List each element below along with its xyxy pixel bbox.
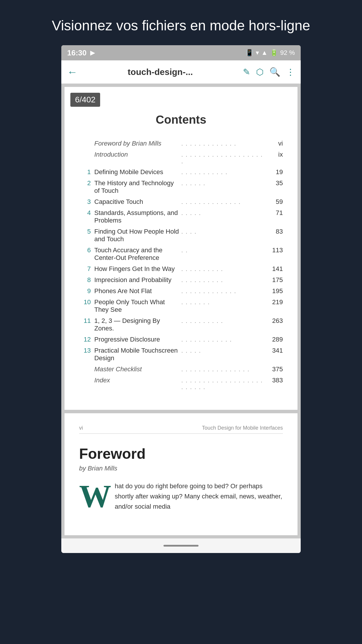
toc-chapter-num: 12 [79,336,91,343]
app-toolbar: ← touch-design-... ✎ ⬡ 🔍 ⋮ [61,60,301,84]
toc-row: 11 1, 2, 3 — Designing By Zones. . . . .… [79,315,283,334]
toc-chapter-title: Capacitive Touch [94,198,179,206]
status-time: 16:30 [67,48,87,57]
toc-row: Foreword by Brian Mills . . . . . . . . … [79,138,283,149]
toc-chapter-title: Progressive Disclosure [94,336,179,343]
toc-row: Master Checklist . . . . . . . . . . . .… [79,364,283,375]
toc-row: Index . . . . . . . . . . . . . . . . . … [79,375,283,392]
toc-dots: . . . . . . . . . . . . . [181,140,266,147]
toc-chapter-title: The History and Technology of Touch [94,179,179,195]
foreword-author: by Brian Mills [79,465,283,472]
toc-chapter-num: 4 [79,209,91,217]
toc-page-num: 141 [268,265,283,273]
toc-page-num: 113 [268,246,283,254]
toc-page-num: 383 [268,377,283,384]
toc-row: 9 Phones Are Not Flat . . . . . . . . . … [79,286,283,297]
toc-dots: . . . . . . . . . . . . [181,336,266,343]
toc-page-num: 263 [268,317,283,325]
toc-chapter-num: 6 [79,246,91,254]
toc-chapter-num: 2 [79,179,91,187]
toc-row: 8 Imprecision and Probability . . . . . … [79,274,283,286]
toc-row: 1 Defining Mobile Devices . . . . . . . … [79,167,283,178]
bookmark-icon[interactable]: ⬡ [256,67,264,77]
nav-indicator [163,545,199,547]
toc-dots: . . . . . . . . . . . . . . . . . . . . … [181,377,266,391]
toc-chapter-title: Touch Accuracy and the Center-Out Prefer… [94,246,179,262]
toc-row: 2 The History and Technology of Touch . … [79,178,283,196]
status-signal-icon: ▲ [261,49,268,57]
edit-icon[interactable]: ✎ [243,67,250,77]
toc-dots: . . . . . [181,347,266,354]
toc-chapter-num: 5 [79,228,91,235]
toc-page-num: 375 [268,365,283,373]
toc-chapter-title: Defining Mobile Devices [94,168,179,176]
toc-row: 10 People Only Touch What They See . . .… [79,297,283,315]
back-button[interactable]: ← [67,66,78,78]
toc-dots: . . . . . . . . . . [181,277,266,284]
toc-special-title: Foreword by Brian Mills [94,140,179,147]
toc-row: 5 Finding Out How People Hold and Touch … [79,226,283,245]
status-vibrate-icon: 📳 [246,49,253,57]
toc-chapter-title: Phones Are Not Flat [94,287,179,295]
foreword-page: vi Touch Design for Mobile Interfaces Fo… [64,413,298,536]
toc-chapter-title: Standards, Assumptions, and Problems [94,209,179,224]
toc-chapter-num: 8 [79,276,91,284]
toc-dots: . . . . . [181,210,266,216]
toc-row: 6 Touch Accuracy and the Center-Out Pref… [79,245,283,263]
background-title: Visionnez vos fichiers en mode hors-lign… [0,0,362,45]
toc-page-num: 195 [268,287,283,295]
toc-chapter-title: Imprecision and Probability [94,276,179,284]
toc-page-num: 341 [268,347,283,354]
toc-row: 12 Progressive Disclosure . . . . . . . … [79,334,283,345]
nav-bar [61,538,301,553]
toc-chapter-title: How Fingers Get In the Way [94,265,179,273]
toc-dots: . . . . . . . [181,299,266,306]
toc-page-num: 19 [268,168,283,176]
toc-dots: . . . . . . . . . . . . . . . . [181,366,266,373]
document-title: touch-design-... [83,67,237,77]
toc-dots: . . . . [181,228,266,235]
page-number: vi [79,425,83,431]
status-battery-icon: 🔋 [270,49,278,57]
toc-row: 7 How Fingers Get In the Way . . . . . .… [79,263,283,274]
toc-dots: . . . . . . . . . . . . . . [181,199,266,205]
toc-page-num: 175 [268,276,283,284]
foreword-text: hat do you do right before going to bed?… [115,481,283,512]
toc-chapter-title: Practical Mobile Touchscreen Design [94,347,179,362]
toc-row: 4 Standards, Assumptions, and Problems .… [79,207,283,226]
toc-page-num: 219 [268,298,283,306]
toc-chapter-num: 10 [79,298,91,306]
toc-chapter-title: 1, 2, 3 — Designing By Zones. [94,317,179,332]
toc-dots: . . . . . . . . . . [181,266,266,272]
toc-chapter-num: 1 [79,168,91,176]
book-title-header: Touch Design for Mobile Interfaces [202,425,283,431]
toc-dots: . . . . . . . . . . . [181,169,266,176]
toc-chapter-num: 3 [79,198,91,206]
toc-page-num: ix [268,151,283,158]
toc-chapter-title: People Only Touch What They See [94,298,179,314]
toc-special-title: Master Checklist [94,365,179,373]
page-content: 6/402 Contents Foreword by Brian Mills .… [61,84,301,538]
toc-chapter-num: 7 [79,265,91,273]
toc-chapter-num: 13 [79,347,91,354]
foreword-header: vi Touch Design for Mobile Interfaces [79,425,283,434]
toc-row: 3 Capacitive Touch . . . . . . . . . . .… [79,196,283,207]
page-badge: 6/402 [70,93,100,107]
search-icon[interactable]: 🔍 [269,67,280,77]
toc-page-num: 35 [268,179,283,187]
toc-dots: . . . . . . . . . . . . . . . . . . . . [181,151,266,165]
toc-row: 13 Practical Mobile Touchscreen Design .… [79,345,283,364]
toc-dots: . . . . . . [181,180,266,187]
toc-page-num: 71 [268,209,283,217]
more-icon[interactable]: ⋮ [286,67,295,77]
toc-row: Introduction . . . . . . . . . . . . . .… [79,149,283,167]
toc-page-num: 289 [268,336,283,343]
toc-chapter-title: Finding Out How People Hold and Touch [94,228,179,243]
toc-dots: . . . . . . . . . . . . . [181,288,266,295]
contents-title: Contents [79,113,283,126]
toc-page-num: vi [268,140,283,147]
toc-dots: . . [181,247,266,254]
status-battery-text: 92 % [280,49,295,57]
toc-dots: . . . . . . . . . . [181,318,266,324]
toc-special-title: Introduction [94,151,179,158]
